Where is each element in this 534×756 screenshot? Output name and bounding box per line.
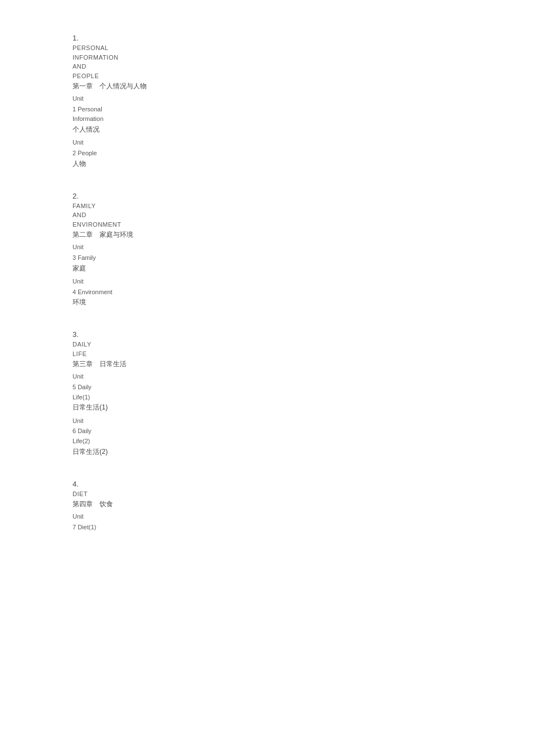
unit-block-2-1: Unit3 Family家庭 [73, 242, 534, 274]
section-3: 3.DAILYLIFE第三章 日常生活Unit5 DailyLife(1)日常生… [73, 330, 534, 457]
unit-label-3-1: Unit [73, 371, 534, 382]
unit-name-en2-3-2: Life(2) [73, 436, 534, 447]
unit-name-en-3-1: 5 Daily [73, 382, 534, 393]
unit-name-cn-1-1: 个人情况 [73, 124, 534, 135]
section-title-en-1-1: INFORMATION [73, 53, 534, 62]
unit-label-2-2: Unit [73, 276, 534, 287]
unit-block-2-2: Unit4 Environment环境 [73, 276, 534, 308]
section-title-en-1-3: PEOPLE [73, 71, 534, 81]
unit-name-en-3-2: 6 Daily [73, 426, 534, 436]
unit-name-cn-2-2: 环境 [73, 297, 534, 308]
unit-name-cn-2-1: 家庭 [73, 263, 534, 274]
unit-block-1-2: Unit2 People人物 [73, 137, 534, 169]
unit-name-cn-1-2: 人物 [73, 159, 534, 169]
unit-block-3-1: Unit5 DailyLife(1)日常生活(1) [73, 371, 534, 413]
section-title-en-1-0: PERSONAL [73, 43, 534, 53]
section-title-cn-4: 第四章 饮食 [73, 500, 534, 509]
unit-name-en-2-2: 4 Environment [73, 287, 534, 298]
unit-name-en-4-1: 7 Diet(1) [73, 523, 534, 533]
unit-block-4-1: Unit7 Diet(1) [73, 511, 534, 532]
unit-label-1-2: Unit [73, 137, 534, 148]
section-1: 1.PERSONALINFORMATIONANDPEOPLE第一章 个人情况与人… [73, 34, 534, 169]
section-number-1: 1. [73, 34, 534, 42]
section-title-en-3-0: DAILY [73, 340, 534, 349]
unit-block-1-1: Unit1 PersonalInformation个人情况 [73, 93, 534, 135]
section-4: 4.DIET第四章 饮食Unit7 Diet(1) [73, 480, 534, 533]
unit-name-en-1-2: 2 People [73, 148, 534, 159]
section-2: 2.FAMILYANDENVIRONMENT第二章 家庭与环境Unit3 Fam… [73, 192, 534, 308]
section-title-en-3-1: LIFE [73, 349, 534, 359]
section-title-cn-1: 第一章 个人情况与人物 [73, 82, 534, 91]
section-number-2: 2. [73, 192, 534, 200]
section-number-3: 3. [73, 330, 534, 339]
unit-label-1-1: Unit [73, 93, 534, 105]
section-title-cn-2: 第二章 家庭与环境 [73, 230, 534, 240]
unit-name-en-1-1: 1 Personal [73, 105, 534, 115]
unit-block-3-2: Unit6 DailyLife(2)日常生活(2) [73, 416, 534, 457]
section-title-en-2-2: ENVIRONMENT [73, 220, 534, 230]
section-number-4: 4. [73, 480, 534, 488]
unit-label-3-2: Unit [73, 416, 534, 427]
section-title-en-2-1: AND [73, 210, 534, 220]
unit-name-cn-3-2: 日常生活(2) [73, 447, 534, 457]
unit-name-en2-1-1: Information [73, 114, 534, 124]
section-title-en-1-2: AND [73, 62, 534, 71]
main-content: 1.PERSONALINFORMATIONANDPEOPLE第一章 个人情况与人… [73, 34, 534, 533]
unit-name-en2-3-1: Life(1) [73, 393, 534, 403]
section-title-en-2-0: FAMILY [73, 201, 534, 211]
unit-name-en-2-1: 3 Family [73, 253, 534, 263]
unit-label-4-1: Unit [73, 511, 534, 523]
section-title-cn-3: 第三章 日常生活 [73, 359, 534, 369]
unit-name-cn-3-1: 日常生活(1) [73, 402, 534, 413]
unit-label-2-1: Unit [73, 242, 534, 253]
section-title-en-4-0: DIET [73, 489, 534, 499]
